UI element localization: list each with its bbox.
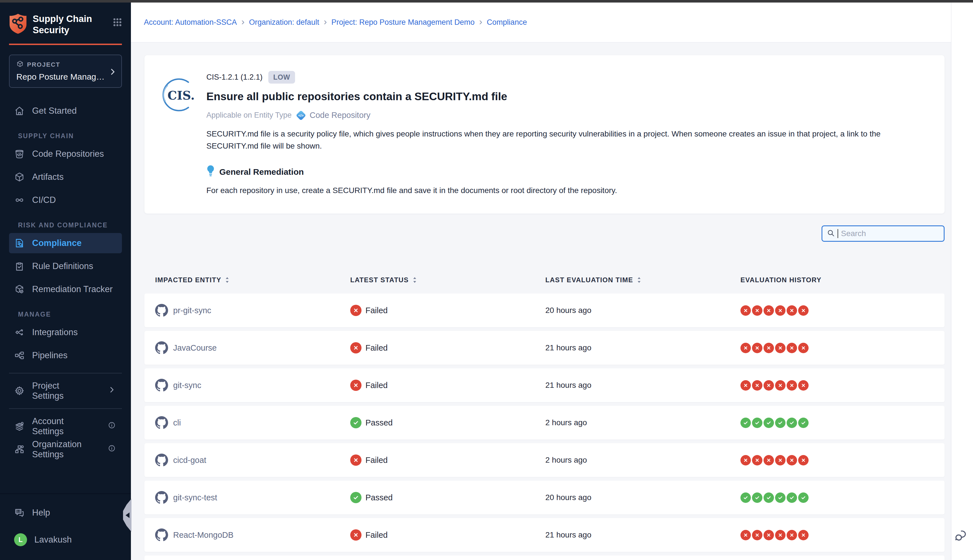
sidebar-item-pipelines[interactable]: Pipelines (9, 345, 122, 365)
history-fail-icon[interactable] (741, 380, 751, 391)
history-fail-icon[interactable] (775, 530, 786, 540)
latest-status-cell: Passed (350, 417, 545, 428)
table-row[interactable]: JavaCourseFailed21 hours ago (144, 331, 945, 365)
history-fail-icon[interactable] (775, 343, 786, 353)
status-fail-icon (350, 455, 362, 466)
history-pass-icon[interactable] (741, 418, 751, 428)
history-pass-icon[interactable] (798, 418, 809, 428)
history-pass-icon[interactable] (764, 418, 774, 428)
sidebar-item-remediation-tracker[interactable]: Remediation Tracker (9, 279, 122, 299)
history-pass-icon[interactable] (752, 418, 763, 428)
history-fail-icon[interactable] (752, 380, 763, 391)
history-fail-icon[interactable] (787, 380, 797, 391)
project-label: PROJECT (27, 61, 60, 68)
search-box[interactable] (821, 225, 945, 242)
avatar: L (14, 533, 27, 546)
history-fail-icon[interactable] (775, 380, 786, 391)
history-fail-icon[interactable] (741, 343, 751, 353)
sidebar-item-help[interactable]: ? Help (9, 503, 122, 523)
history-fail-icon[interactable] (798, 380, 809, 391)
history-pass-icon[interactable] (787, 492, 797, 503)
table-row[interactable]: pr-git-syncFailed20 hours ago (144, 293, 945, 327)
history-fail-icon[interactable] (752, 530, 763, 540)
breadcrumb-project[interactable]: Project: Repo Posture Management Demo (331, 18, 475, 27)
history-fail-icon[interactable] (752, 305, 763, 316)
sidebar-item-account-settings[interactable]: Account Settings (9, 416, 122, 437)
history-pass-icon[interactable] (798, 492, 809, 503)
info-icon[interactable] (108, 421, 116, 432)
history-pass-icon[interactable] (752, 492, 763, 503)
sidebar-item-project-settings[interactable]: Project Settings (9, 381, 122, 401)
history-fail-icon[interactable] (798, 305, 809, 316)
github-icon (155, 304, 168, 317)
column-header-impacted-entity[interactable]: IMPACTED ENTITY (155, 276, 350, 284)
divider (9, 373, 122, 373)
history-fail-icon[interactable] (798, 343, 809, 353)
cis-logo-text: CIS. (167, 88, 195, 102)
history-fail-icon[interactable] (787, 343, 797, 353)
sidebar-item-artifacts[interactable]: Artifacts (9, 167, 122, 187)
entity-name-link[interactable]: git-sync (173, 381, 201, 390)
text-caret (838, 229, 838, 238)
info-icon[interactable] (108, 444, 116, 455)
history-fail-icon[interactable] (764, 455, 774, 465)
app-switcher-grid-icon[interactable] (112, 17, 122, 28)
table-row[interactable]: cliPassed2 hours ago (144, 406, 945, 440)
column-header-last-evaluation-time[interactable]: LAST EVALUATION TIME (545, 276, 741, 284)
entity-name-link[interactable]: cicd-goat (173, 456, 206, 465)
sidebar-item-integrations[interactable]: Integrations (9, 322, 122, 342)
history-pass-icon[interactable] (741, 492, 751, 503)
history-fail-icon[interactable] (787, 305, 797, 316)
entity-name-link[interactable]: JavaCourse (173, 343, 217, 353)
evaluation-history-cell (741, 455, 945, 465)
sidebar-item-code-repositories[interactable]: Code Repositories (9, 144, 122, 164)
table-row[interactable]: cicd-goatFailed2 hours ago (144, 443, 945, 477)
history-fail-icon[interactable] (764, 530, 774, 540)
sidebar-item-organization-settings[interactable]: Organization Settings (9, 439, 122, 460)
history-fail-icon[interactable] (741, 305, 751, 316)
project-selector[interactable]: PROJECT Repo Posture Manage... (9, 55, 122, 88)
sidebar-item-rule-definitions[interactable]: Rule Definitions (9, 256, 122, 276)
sidebar-item-cicd[interactable]: CI/CD (9, 190, 122, 210)
search-input[interactable] (841, 229, 937, 238)
github-icon (155, 416, 168, 429)
history-fail-icon[interactable] (752, 343, 763, 353)
entity-name-link[interactable]: cli (173, 418, 181, 427)
code-repository-entity-icon: </> (295, 110, 306, 120)
history-fail-icon[interactable] (752, 455, 763, 465)
history-fail-icon[interactable] (775, 305, 786, 316)
history-fail-icon[interactable] (787, 530, 797, 540)
history-fail-icon[interactable] (764, 380, 774, 391)
table-row[interactable]: git-sync-testPassed20 hours ago (144, 481, 945, 514)
breadcrumb-account[interactable]: Account: Automation-SSCA (144, 18, 237, 27)
breadcrumb-compliance[interactable]: Compliance (487, 18, 527, 27)
sidebar-item-compliance[interactable]: Compliance (9, 233, 122, 253)
table-row[interactable] (144, 555, 945, 560)
column-header-latest-status[interactable]: LATEST STATUS (350, 276, 545, 284)
sidebar: Supply Chain Security PROJECT Repo Postu… (0, 3, 131, 560)
breadcrumb-organization[interactable]: Organization: default (249, 18, 319, 27)
history-fail-icon[interactable] (798, 530, 809, 540)
rule-detail-card: CIS. CIS-1.2.1 (1.2.1) LOW Ensure all pu… (144, 55, 945, 213)
sidebar-item-get-started[interactable]: Get Started (9, 101, 122, 121)
user-menu[interactable]: L Lavakush (9, 530, 122, 550)
applicable-label: Applicable on Entity Type (206, 111, 292, 120)
table-row[interactable]: React-MongoDBFailed21 hours ago (144, 518, 945, 552)
history-fail-icon[interactable] (764, 343, 774, 353)
history-fail-icon[interactable] (775, 455, 786, 465)
history-fail-icon[interactable] (787, 455, 797, 465)
history-fail-icon[interactable] (741, 530, 751, 540)
history-pass-icon[interactable] (775, 418, 786, 428)
history-fail-icon[interactable] (741, 455, 751, 465)
support-chat-icon[interactable] (955, 529, 970, 544)
history-pass-icon[interactable] (775, 492, 786, 503)
status-label: Failed (366, 343, 388, 353)
entity-name-link[interactable]: React-MongoDB (173, 530, 234, 540)
table-row[interactable]: git-syncFailed21 hours ago (144, 368, 945, 402)
history-fail-icon[interactable] (798, 455, 809, 465)
history-pass-icon[interactable] (787, 418, 797, 428)
entity-name-link[interactable]: pr-git-sync (173, 306, 211, 315)
history-pass-icon[interactable] (764, 492, 774, 503)
history-fail-icon[interactable] (764, 305, 774, 316)
entity-name-link[interactable]: git-sync-test (173, 493, 217, 502)
